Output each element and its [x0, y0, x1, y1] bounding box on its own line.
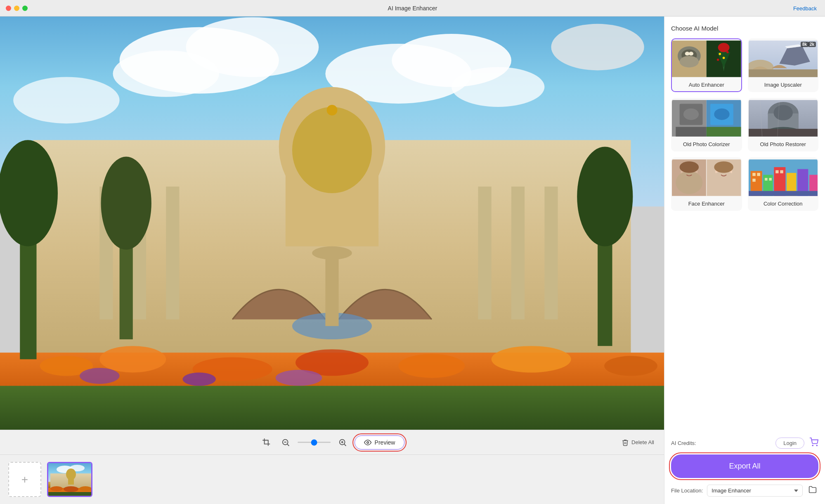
model-thumb-old-photo-restorer [749, 99, 818, 138]
filmstrip-thumbnail[interactable] [47, 462, 92, 497]
svg-rect-83 [707, 127, 741, 136]
add-icon: + [21, 473, 28, 486]
svg-rect-20 [544, 187, 558, 319]
svg-rect-116 [775, 170, 778, 173]
svg-point-68 [718, 43, 730, 52]
svg-point-32 [80, 368, 120, 384]
model-label-face-enhancer: Face Enhancer [672, 197, 741, 210]
preview-label: Preview [375, 439, 395, 446]
filmstrip: + [0, 454, 664, 504]
svg-point-93 [676, 171, 702, 194]
maximize-button[interactable] [22, 5, 28, 11]
svg-point-39 [101, 157, 151, 250]
svg-point-33 [182, 373, 215, 386]
svg-rect-60 [48, 492, 92, 497]
model-grid: Auto Enhancer [671, 38, 818, 211]
folder-icon [808, 485, 817, 494]
model-card-color-correction[interactable]: Color Correction [748, 157, 819, 211]
right-panel: Choose AI Model [664, 17, 825, 504]
svg-rect-115 [769, 178, 772, 181]
model-thumb-image-upscaler: 8k 2k [749, 39, 818, 78]
file-location-select[interactable]: Image Enhancer Desktop Downloads Custom.… [707, 485, 803, 497]
traffic-lights [6, 5, 28, 11]
svg-rect-75 [749, 69, 818, 77]
model-card-old-photo-colorizer[interactable]: Old Photo Colorizer [671, 98, 742, 151]
feedback-link[interactable]: Feedback [793, 5, 817, 11]
svg-point-30 [492, 346, 571, 372]
model-label-old-photo-colorizer: Old Photo Colorizer [672, 138, 741, 151]
zoom-in-button[interactable] [336, 435, 350, 450]
zoom-slider[interactable] [298, 442, 331, 443]
svg-point-70 [726, 51, 729, 53]
svg-rect-113 [752, 179, 755, 182]
face-enhancer-thumb-image [672, 158, 741, 197]
minimize-button[interactable] [14, 5, 19, 11]
svg-point-59 [79, 486, 92, 491]
thumbnail-image [48, 463, 91, 496]
browse-folder-button[interactable] [807, 484, 818, 497]
svg-rect-111 [752, 173, 755, 176]
svg-rect-117 [780, 170, 783, 173]
svg-point-3 [113, 50, 219, 97]
svg-point-69 [719, 53, 721, 55]
svg-line-46 [344, 444, 346, 446]
main-image [0, 17, 664, 430]
svg-point-87 [773, 105, 793, 120]
cart-icon[interactable] [809, 438, 818, 449]
model-card-auto-enhancer[interactable]: Auto Enhancer [671, 38, 742, 92]
export-all-button[interactable]: Export All [671, 454, 818, 478]
svg-point-23 [312, 246, 352, 260]
app-title: AI Image Enhancer [388, 5, 437, 12]
file-location-row: File Location: Image Enhancer Desktop Do… [671, 484, 818, 497]
model-thumb-color-correction [749, 158, 818, 197]
delete-all-button[interactable]: Delete All [622, 439, 654, 446]
svg-rect-112 [757, 173, 760, 176]
model-card-image-upscaler[interactable]: 8k 2k Image Upscaler [748, 38, 819, 92]
svg-point-7 [13, 77, 119, 124]
svg-point-66 [680, 56, 699, 68]
main-layout: Preview Delete All + [0, 17, 825, 504]
credits-row: AI Credits: Login [671, 438, 818, 449]
model-label-color-correction: Color Correction [749, 197, 818, 210]
svg-point-41 [577, 147, 633, 246]
svg-point-58 [64, 486, 78, 492]
model-card-face-enhancer[interactable]: Face Enhancer [671, 157, 742, 211]
zoom-out-button[interactable] [279, 435, 293, 450]
close-button[interactable] [6, 5, 11, 11]
file-location-label: File Location: [671, 487, 703, 494]
colorizer-thumb-image [672, 99, 741, 138]
toolbar: Preview Delete All [0, 430, 664, 454]
model-thumb-old-photo-colorizer [672, 99, 741, 138]
trash-icon [622, 439, 629, 446]
canvas-area: Preview Delete All + [0, 17, 664, 504]
svg-point-71 [723, 57, 725, 59]
toolbar-right: Delete All [622, 439, 654, 446]
auto-enhancer-thumb-image [672, 39, 741, 78]
preview-button[interactable]: Preview [355, 435, 405, 450]
model-label-old-photo-restorer: Old Photo Restorer [749, 138, 818, 151]
svg-rect-55 [68, 474, 74, 485]
spacer [671, 219, 818, 438]
title-bar: AI Image Enhancer Feedback [0, 0, 825, 17]
svg-rect-22 [325, 253, 338, 326]
svg-rect-19 [511, 187, 525, 319]
svg-rect-17 [166, 187, 179, 319]
svg-point-99 [710, 171, 737, 194]
login-button[interactable]: Login [775, 438, 804, 449]
svg-point-14 [327, 105, 338, 116]
model-card-old-photo-restorer[interactable]: Old Photo Restorer [748, 98, 819, 151]
svg-point-120 [816, 445, 817, 446]
zoom-in-icon [338, 438, 347, 447]
svg-point-29 [398, 354, 465, 378]
svg-point-34 [276, 370, 322, 386]
cart-svg [809, 438, 818, 447]
crop-tool-button[interactable] [260, 435, 274, 450]
color-correction-thumb-image [749, 158, 818, 197]
credits-label: AI Credits: [671, 440, 696, 446]
svg-rect-35 [0, 386, 664, 430]
svg-rect-79 [676, 127, 706, 136]
crop-icon [262, 438, 271, 447]
eye-icon [364, 439, 371, 446]
add-image-button[interactable]: + [8, 462, 41, 497]
svg-point-26 [99, 346, 166, 372]
